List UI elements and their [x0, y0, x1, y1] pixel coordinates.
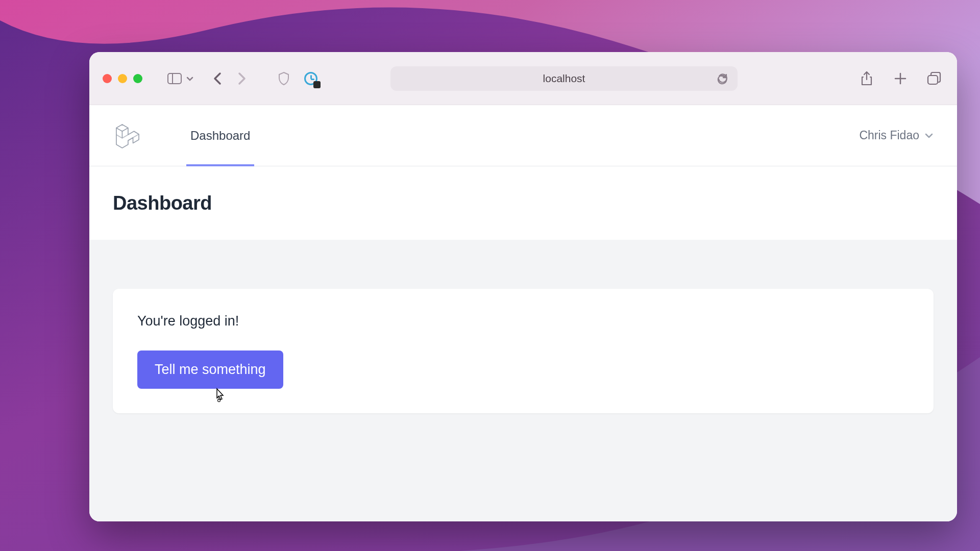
minimize-window-button[interactable]: [118, 74, 127, 83]
share-button[interactable]: [857, 69, 876, 88]
page-title: Dashboard: [113, 192, 212, 214]
app-navbar: Dashboard Chris Fidao: [89, 105, 957, 166]
user-name: Chris Fidao: [859, 129, 919, 142]
address-text: localhost: [543, 72, 585, 85]
nav-link-dashboard[interactable]: Dashboard: [190, 105, 250, 166]
tab-overview-button[interactable]: [924, 69, 944, 88]
tracking-report-icon[interactable]: [303, 70, 319, 87]
forward-button[interactable]: [232, 69, 252, 88]
browser-toolbar: localhost: [89, 52, 957, 105]
reload-button[interactable]: [716, 72, 729, 85]
svg-rect-5: [928, 76, 938, 84]
address-bar[interactable]: localhost: [390, 66, 738, 91]
window-controls: [103, 74, 142, 83]
maximize-window-button[interactable]: [133, 74, 142, 83]
page-header: Dashboard: [89, 166, 957, 240]
tab-group-dropdown[interactable]: [185, 69, 194, 88]
laravel-logo[interactable]: [113, 121, 141, 150]
chevron-down-icon: [924, 133, 934, 139]
tell-me-something-button[interactable]: Tell me something: [137, 350, 283, 389]
new-tab-button[interactable]: [891, 69, 910, 88]
logged-in-message: You're logged in!: [137, 313, 909, 329]
close-window-button[interactable]: [103, 74, 112, 83]
page-body: You're logged in! Tell me something: [89, 240, 957, 521]
privacy-shield-icon[interactable]: [274, 69, 293, 88]
sidebar-toggle-button[interactable]: [165, 69, 184, 88]
back-button[interactable]: [208, 69, 227, 88]
browser-window: localhost: [89, 52, 957, 521]
content-card: You're logged in! Tell me something: [113, 289, 934, 413]
user-menu[interactable]: Chris Fidao: [859, 129, 934, 142]
svg-rect-1: [168, 73, 181, 84]
